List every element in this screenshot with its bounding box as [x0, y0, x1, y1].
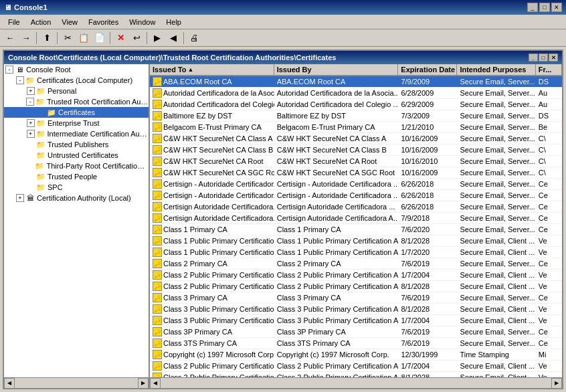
col-purposes[interactable]: Intended Purposes: [457, 64, 535, 75]
window-minimize[interactable]: _: [529, 54, 538, 62]
list-row[interactable]: 🔑 Baltimore EZ by DST Baltimore EZ by DS…: [150, 110, 562, 122]
list-row[interactable]: 🔑 Copyright (c) 1997 Microsoft Corp. Cop…: [150, 349, 562, 361]
tree-node-intermediate-ca[interactable]: +📁Intermediate Certification Autho: [4, 128, 149, 139]
list-row[interactable]: 🔑 Class 2 Public Primary Certification..…: [150, 361, 562, 372]
left-scroll-left[interactable]: ◀: [4, 378, 15, 389]
tree-node-third-party[interactable]: 📁Third-Party Root Certification Au: [4, 161, 149, 171]
list-row[interactable]: 🔑 Class 3 Public Primary Certification..…: [150, 304, 562, 315]
properties-button[interactable]: ↩: [129, 31, 144, 45]
maximize-button[interactable]: □: [539, 3, 550, 12]
cut-button[interactable]: ✂: [60, 31, 75, 45]
forward-button[interactable]: →: [19, 31, 33, 45]
window-close[interactable]: ✕: [549, 54, 558, 62]
list-row[interactable]: 🔑 Class 2 Public Primary Certification..…: [150, 372, 562, 377]
cell-friendly: C\: [536, 156, 562, 167]
list-row[interactable]: 🔑 Class 2 Primary CA Class 2 Primary CA …: [150, 258, 562, 270]
cell-purposes: Secure Email, Server...: [457, 201, 535, 212]
tree-node-untrusted-certs[interactable]: 📁Untrusted Certificates: [4, 150, 149, 161]
col-expiration[interactable]: Expiration Date: [398, 64, 457, 75]
menu-file[interactable]: File: [3, 17, 25, 27]
cell-friendly: DS: [536, 110, 562, 121]
tree-node-console-root[interactable]: -🖥Console Root: [4, 64, 149, 75]
cell-issued-by: Belgacom E-Trust Primary CA: [274, 122, 399, 132]
list-row[interactable]: 🔑 Class 1 Public Primary Certification..…: [150, 235, 562, 247]
list-row[interactable]: 🔑 Certisign - Autoridade Certificador...…: [150, 179, 562, 190]
tree-node-spc[interactable]: 📁SPC: [4, 182, 149, 193]
list-row[interactable]: 🔑 Autoridad Certificadora del Colegio...…: [150, 99, 562, 110]
list-row[interactable]: 🔑 C&W HKT SecureNet CA Root C&W HKT Secu…: [150, 156, 562, 167]
tree-label-trusted-people: Trusted People: [48, 173, 97, 181]
cell-issued-to: 🔑 C&W HKT SecureNet CA Class A: [150, 133, 274, 144]
import-button[interactable]: ◀: [166, 31, 181, 45]
window-controls[interactable]: _ □ ✕: [529, 54, 558, 62]
list-row[interactable]: 🔑 Class 3 Public Primary Certification..…: [150, 315, 562, 326]
tree-node-cert-authority-local[interactable]: +🏛Certification Authority (Local): [4, 193, 149, 203]
list-row[interactable]: 🔑 Class 3P Primary CA Class 3P Primary C…: [150, 326, 562, 338]
export-button[interactable]: ▶: [150, 31, 165, 45]
cell-issued-to: 🔑 Class 3 Public Primary Certification..…: [150, 315, 274, 326]
list-row[interactable]: 🔑 C&W HKT SecureNet CA SGC Root C&W HKT …: [150, 167, 562, 179]
col-issued-to[interactable]: Issued To ▲: [150, 64, 274, 75]
menu-window[interactable]: Window: [124, 17, 161, 27]
expander-trusted-root[interactable]: -: [26, 98, 34, 106]
cell-issued-to: 🔑 Belgacom E-Trust Primary CA: [150, 122, 274, 132]
list-row[interactable]: 🔑 Class 2 Public Primary Certification..…: [150, 281, 562, 292]
expander-personal[interactable]: +: [27, 87, 35, 95]
tree-node-trusted-publishers[interactable]: 📁Trusted Publishers: [4, 139, 149, 150]
right-scroll-track[interactable]: [161, 380, 551, 387]
cell-expiration: 6/26/2018: [398, 201, 457, 212]
list-row[interactable]: 🔑 Autoridad Certificadora de la Asoc... …: [150, 88, 562, 99]
copy-button[interactable]: 📋: [76, 31, 91, 45]
list-row[interactable]: 🔑 Certisign - Autoridade Certificador...…: [150, 190, 562, 201]
cell-purposes: Secure Email, Server...: [457, 179, 535, 189]
list-row[interactable]: 🔑 ABA.ECOM Root CA ABA.ECOM Root CA 7/9/…: [150, 76, 562, 88]
up-button[interactable]: ⬆: [39, 31, 54, 45]
menu-help[interactable]: Help: [161, 17, 187, 27]
tree-node-trusted-root[interactable]: -📁Trusted Root Certification Autho: [4, 96, 149, 107]
col-issued-by[interactable]: Issued By: [274, 64, 399, 75]
delete-button[interactable]: ✕: [113, 31, 128, 45]
tree-icon-trusted-people: 📁: [35, 172, 46, 181]
expander-intermediate-ca[interactable]: +: [27, 130, 35, 138]
col-friendly[interactable]: Fr...: [536, 64, 562, 75]
right-scroll-right[interactable]: ▶: [551, 378, 562, 389]
cert-icon: 🔑: [153, 350, 162, 359]
cell-issued-by: Class 2 Public Primary Certification A..…: [274, 372, 399, 377]
expander-certs-local[interactable]: -: [16, 76, 24, 84]
list-row[interactable]: 🔑 Class 1 Primary CA Class 1 Primary CA …: [150, 224, 562, 235]
expander-enterprise-trust[interactable]: +: [27, 119, 35, 127]
paste-button[interactable]: 📄: [92, 31, 107, 45]
left-scroll-track[interactable]: [15, 380, 137, 387]
tree-node-enterprise-trust[interactable]: +📁Enterprise Trust: [4, 118, 149, 128]
expander-console-root[interactable]: -: [5, 66, 13, 74]
close-button[interactable]: ✕: [551, 3, 562, 12]
list-row[interactable]: 🔑 Class 3TS Primary CA Class 3TS Primary…: [150, 338, 562, 349]
expander-cert-authority-local[interactable]: +: [16, 194, 24, 202]
cell-friendly: Mi: [536, 349, 562, 360]
cell-purposes: Secure Email, Server...: [457, 133, 535, 144]
tree-node-certificates[interactable]: 📁Certificates: [4, 107, 149, 118]
tree-node-certs-local[interactable]: -📁Certificates (Local Computer): [4, 75, 149, 86]
menu-view[interactable]: View: [56, 17, 83, 27]
menu-action[interactable]: Action: [25, 17, 57, 27]
tree-node-personal[interactable]: +📁Personal: [4, 86, 149, 96]
minimize-button[interactable]: _: [527, 3, 538, 12]
cell-purposes: Secure Email, Server...: [457, 224, 535, 235]
right-scroll-left[interactable]: ◀: [150, 378, 161, 389]
list-row[interactable]: 🔑 Certisign Autoridade Certificadora... …: [150, 201, 562, 213]
list-row[interactable]: 🔑 Belgacom E-Trust Primary CA Belgacom E…: [150, 122, 562, 133]
list-row[interactable]: 🔑 C&W HKT SecureNet CA Class B C&W HKT S…: [150, 144, 562, 156]
tree-node-trusted-people[interactable]: 📁Trusted People: [4, 171, 149, 182]
menu-favorites[interactable]: Favorites: [83, 17, 124, 27]
list-row[interactable]: 🔑 C&W HKT SecureNet CA Class A C&W HKT S…: [150, 133, 562, 144]
window-maximize[interactable]: □: [539, 54, 548, 62]
list-row[interactable]: 🔑 Class 1 Public Primary Certification..…: [150, 247, 562, 258]
list-row[interactable]: 🔑 Class 2 Public Primary Certification..…: [150, 270, 562, 281]
back-button[interactable]: ←: [3, 31, 17, 45]
print-button[interactable]: 🖨: [187, 31, 201, 45]
cell-purposes: Secure Email, Client ...: [457, 304, 535, 314]
left-scroll-right[interactable]: ▶: [138, 378, 149, 389]
list-row[interactable]: 🔑 Class 3 Primary CA Class 3 Primary CA …: [150, 292, 562, 304]
title-bar-controls[interactable]: _ □ ✕: [527, 3, 562, 12]
list-row[interactable]: 🔑 Certisign Autoridade Certificadora... …: [150, 213, 562, 224]
